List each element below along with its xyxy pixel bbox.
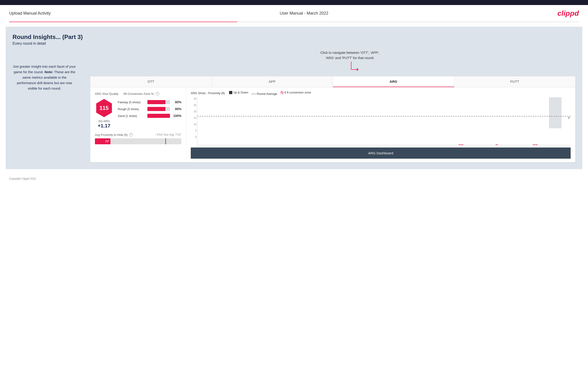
copyright: Copyright Clippd 2021 bbox=[9, 177, 36, 180]
shot-row-sand: Sand (1 shots) 100% bbox=[118, 114, 182, 118]
shot-quality-label: ARG Shot Quality bbox=[95, 92, 118, 95]
right-section: ARG Shots - Proximity (ft) Up & Down Rou… bbox=[186, 87, 575, 162]
note-bold: Note: bbox=[44, 70, 53, 74]
arrow-svg bbox=[349, 60, 363, 74]
tab-putt[interactable]: PUTT bbox=[454, 76, 575, 87]
legend-6ft-icon bbox=[280, 91, 284, 94]
shot-bars: Fairway (5 shots) 80% Rough (5 shots) bbox=[118, 99, 182, 121]
y-15: 15 bbox=[191, 117, 197, 119]
chart-area: 8 bbox=[197, 97, 571, 145]
page-subheading: Every round in detail bbox=[13, 42, 575, 46]
fairway-label: Fairway (5 shots) bbox=[118, 100, 145, 104]
legend-6ft-label: 6 ft conversion zone bbox=[285, 91, 311, 94]
footer: Copyright Clippd 2021 bbox=[0, 174, 588, 184]
left-section: ARG Shot Quality 6ft Conversion Zone % ?… bbox=[90, 87, 186, 162]
proximity-label-group: Avg Proximity to Hole (ft) ? bbox=[95, 133, 133, 137]
sand-bar-fill bbox=[147, 114, 170, 118]
y-20: 20 bbox=[191, 110, 197, 113]
sand-pct: 100% bbox=[172, 114, 182, 118]
bar-9a-hatched bbox=[496, 144, 498, 145]
svg-marker-2 bbox=[357, 68, 358, 71]
layout: Get greater insight into each facet of y… bbox=[13, 50, 575, 162]
bar-group-8 bbox=[459, 144, 495, 145]
question-icon[interactable]: ? bbox=[156, 92, 159, 95]
section-header: ARG Shot Quality 6ft Conversion Zone % ? bbox=[95, 92, 182, 95]
bar-10b-hatched bbox=[535, 144, 537, 145]
tab-app[interactable]: APP bbox=[212, 76, 333, 87]
tab-ott[interactable]: OTT bbox=[90, 76, 212, 87]
y-10: 10 bbox=[191, 123, 197, 125]
sg-label: SG ARG bbox=[95, 119, 113, 123]
legend-updown-label: Up & Down bbox=[233, 91, 248, 94]
bar-group-10 bbox=[533, 144, 569, 145]
left-panel: Get greater insight into each facet of y… bbox=[13, 50, 86, 162]
tabs-row: OTT APP ARG PUTT bbox=[90, 76, 575, 87]
cursor-line bbox=[165, 138, 166, 144]
y-0: 0 bbox=[191, 136, 197, 138]
proximity-value: 77' bbox=[105, 140, 109, 143]
bar-group-9 bbox=[496, 144, 532, 145]
tabs-card: OTT APP ARG PUTT ARG Shot Quality 6ft Co… bbox=[90, 76, 575, 162]
chart-title: ARG Shots - Proximity (ft) Up & Down Rou… bbox=[191, 91, 571, 95]
top-bar bbox=[0, 0, 588, 5]
hex-score-section: 115 SG ARG +1.17 bbox=[95, 99, 113, 129]
annotation-box: Get greater insight into each facet of y… bbox=[13, 64, 77, 91]
proximity-section: Avg Proximity to Hole (ft) ? ↑ PGA Tour … bbox=[95, 133, 182, 144]
proximity-bar-fill: 77' bbox=[95, 138, 111, 144]
header-divider bbox=[9, 22, 579, 22]
y-axis: 30 25 20 15 10 5 0 bbox=[191, 97, 197, 138]
sand-label: Sand (1 shots) bbox=[118, 114, 145, 118]
y-5: 5 bbox=[191, 129, 197, 132]
dashed-line: 8 bbox=[197, 116, 571, 119]
page-heading: Round Insights... (Part 3) bbox=[13, 33, 575, 41]
y-30: 30 bbox=[191, 97, 197, 100]
arrow-indicator bbox=[136, 60, 575, 75]
arg-dashboard-button[interactable]: ARG Dashboard bbox=[191, 148, 571, 159]
bar-10a-hatched bbox=[533, 144, 535, 145]
proximity-bar-container: 77' bbox=[95, 138, 182, 144]
navigate-hint: Click to navigate between 'OTT', 'APP','… bbox=[320, 50, 380, 60]
legend-dash-icon bbox=[251, 94, 256, 94]
tab-arg[interactable]: ARG bbox=[333, 76, 454, 87]
hexagon-score: 115 bbox=[95, 99, 113, 117]
conversion-label: 6ft Conversion Zone % bbox=[124, 92, 154, 95]
proximity-question-icon[interactable]: ? bbox=[129, 133, 133, 137]
tall-grey-bar bbox=[549, 97, 562, 128]
bar-8b-hatched bbox=[461, 144, 463, 145]
proximity-header: Avg Proximity to Hole (ft) ? ↑ PGA Tour … bbox=[95, 133, 182, 137]
chart-bars bbox=[197, 97, 571, 145]
fairway-bar-fill bbox=[147, 100, 165, 104]
legend-roundavg-label: Round Average bbox=[257, 92, 277, 95]
upload-label: Upload Manual Activity bbox=[9, 11, 51, 16]
rough-pct: 80% bbox=[172, 107, 182, 111]
hex-value: 115 bbox=[95, 99, 113, 117]
header-left: Upload Manual Activity bbox=[9, 11, 51, 16]
y-25: 25 bbox=[191, 104, 197, 107]
dashed-line-label: 8 bbox=[567, 117, 570, 119]
rough-bar-container bbox=[147, 107, 170, 111]
card-body: ARG Shot Quality 6ft Conversion Zone % ?… bbox=[90, 87, 575, 162]
rough-label: Rough (5 shots) bbox=[118, 107, 145, 111]
fairway-bar-container bbox=[147, 100, 170, 104]
legend-updown-icon bbox=[229, 91, 232, 94]
chart-wrapper: 30 25 20 15 10 5 0 bbox=[191, 97, 571, 145]
sg-value: +1.17 bbox=[95, 123, 113, 129]
pga-label: ↑ PGA Tour Avg: 7'10" bbox=[155, 133, 182, 136]
sand-bar-container bbox=[147, 114, 170, 118]
bar-8a-hatched bbox=[459, 144, 461, 145]
header: Upload Manual Activity User Manual - Mar… bbox=[0, 5, 588, 22]
main-content: Round Insights... (Part 3) Every round i… bbox=[6, 27, 582, 169]
proximity-label: Avg Proximity to Hole (ft) bbox=[95, 133, 128, 137]
right-panel: Click to navigate between 'OTT', 'APP','… bbox=[90, 50, 575, 162]
shot-row-rough: Rough (5 shots) 80% bbox=[118, 107, 182, 111]
document-title: User Manual - March 2022 bbox=[280, 11, 328, 16]
logo: clippd bbox=[557, 9, 579, 17]
fairway-pct: 80% bbox=[172, 100, 182, 104]
rough-bar-fill bbox=[147, 107, 165, 111]
shot-row-fairway: Fairway (5 shots) 80% bbox=[118, 100, 182, 104]
